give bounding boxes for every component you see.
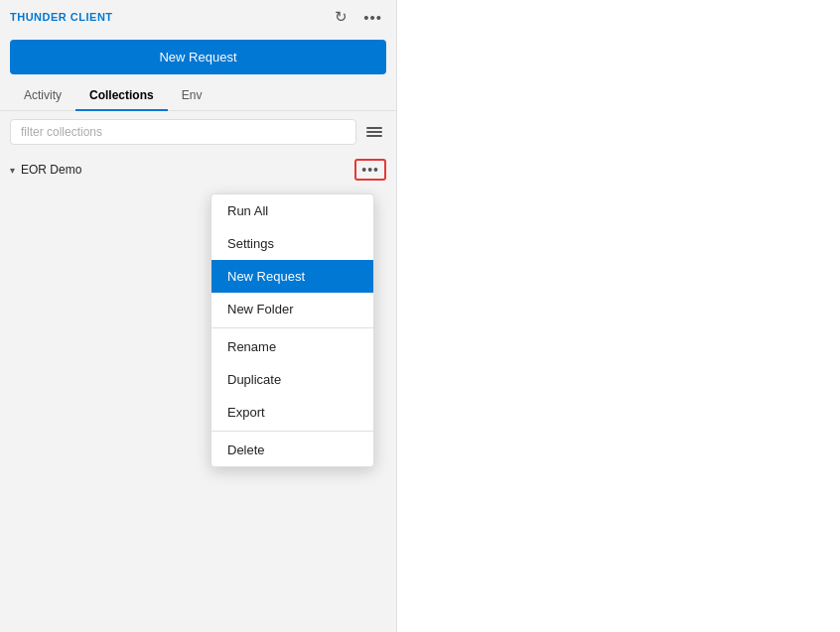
main-content [397,0,840,632]
more-icon: ••• [363,9,382,26]
search-input[interactable] [10,119,356,145]
chevron-down-icon: ▾ [10,165,15,176]
tab-activity[interactable]: Activity [10,80,75,110]
refresh-icon: ↻ [335,8,348,26]
collection-left: ▾ EOR Demo [10,163,81,177]
hamburger-icon [366,131,382,133]
filter-menu-button[interactable] [362,123,386,141]
context-menu: Run All Settings New Request New Folder … [210,193,374,467]
menu-divider-1 [211,327,373,328]
tab-collections[interactable]: Collections [75,80,168,110]
more-options-button[interactable]: ••• [359,7,386,28]
menu-item-settings[interactable]: Settings [211,227,373,260]
collection-name: EOR Demo [21,163,81,177]
menu-item-export[interactable]: Export [211,396,373,429]
menu-item-delete[interactable]: Delete [211,434,373,466]
menu-item-new-request[interactable]: New Request [211,260,373,293]
collection-row[interactable]: ▾ EOR Demo ••• [0,153,396,187]
sidebar: THUNDER CLIENT ↻ ••• New Request Activit… [0,0,397,632]
tab-bar: Activity Collections Env [0,80,396,111]
app-title: THUNDER CLIENT [10,11,113,23]
header-icons: ↻ ••• [331,6,386,28]
collection-more-button[interactable]: ••• [354,159,386,181]
menu-divider-2 [211,431,373,432]
hamburger-icon [366,135,382,137]
menu-item-rename[interactable]: Rename [211,330,373,363]
menu-item-run-all[interactable]: Run All [211,194,373,227]
menu-item-duplicate[interactable]: Duplicate [211,363,373,396]
hamburger-icon [366,127,382,129]
search-area [0,111,396,153]
tab-env[interactable]: Env [168,80,216,110]
menu-item-new-folder[interactable]: New Folder [211,293,373,325]
new-request-button[interactable]: New Request [10,40,386,74]
header: THUNDER CLIENT ↻ ••• [0,0,396,34]
refresh-button[interactable]: ↻ [331,6,351,28]
